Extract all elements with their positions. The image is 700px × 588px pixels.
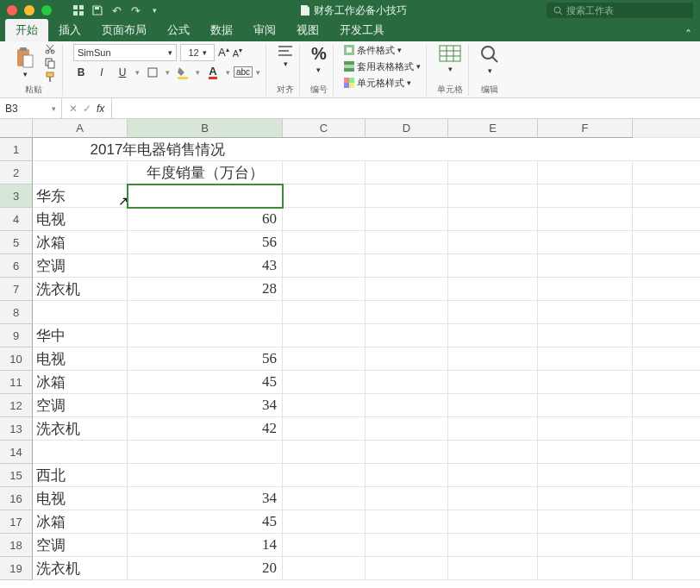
cell[interactable] [366, 510, 448, 534]
cell[interactable] [366, 231, 448, 254]
format-table-button[interactable]: 套用表格格式▾ [344, 60, 421, 73]
grow-font-button[interactable]: A▴ [218, 46, 229, 59]
close-window-button[interactable] [7, 5, 17, 16]
cell[interactable] [366, 138, 448, 161]
format-painter-icon[interactable] [43, 71, 57, 83]
cell[interactable] [366, 534, 448, 557]
cell[interactable]: 洗衣机 [33, 417, 128, 441]
tab-view[interactable]: 视图 [286, 19, 329, 41]
cell[interactable] [366, 347, 448, 371]
collapse-ribbon-button[interactable]: ˄ [677, 28, 700, 41]
cell[interactable] [448, 231, 538, 254]
copy-icon[interactable] [43, 57, 57, 69]
cell[interactable] [448, 510, 538, 534]
cell[interactable]: 60 [128, 208, 283, 231]
shrink-font-button[interactable]: A▾ [233, 47, 242, 59]
cell[interactable] [448, 161, 538, 185]
italic-button[interactable]: I [94, 65, 109, 80]
cell[interactable]: 34 [128, 394, 283, 417]
cell[interactable] [366, 464, 448, 487]
cell[interactable] [128, 464, 283, 487]
cell[interactable] [448, 487, 538, 510]
cell[interactable] [366, 417, 448, 441]
cell[interactable]: 冰箱 [33, 510, 128, 534]
cell[interactable] [283, 441, 366, 464]
cell[interactable]: 华中 [33, 324, 128, 347]
cell[interactable] [538, 324, 633, 347]
cell[interactable] [366, 487, 448, 510]
cell[interactable]: 28 [128, 278, 283, 301]
cell[interactable] [283, 557, 366, 580]
cell[interactable] [33, 441, 128, 464]
cell[interactable]: 43 [128, 254, 283, 278]
tab-review[interactable]: 审阅 [243, 19, 286, 41]
cell[interactable] [283, 347, 366, 371]
cell[interactable] [538, 231, 633, 254]
cell[interactable] [128, 324, 283, 347]
cell[interactable] [538, 394, 633, 417]
redo-icon[interactable]: ↷ [129, 4, 141, 16]
cell[interactable] [538, 254, 633, 278]
tab-formulas[interactable]: 公式 [157, 19, 200, 41]
cell[interactable]: 冰箱 [33, 231, 128, 254]
row-header[interactable]: 6 [0, 254, 33, 278]
cell[interactable] [33, 161, 128, 185]
row-header[interactable]: 11 [0, 371, 33, 394]
row-header[interactable]: 2 [0, 161, 33, 185]
column-header-B[interactable]: B [128, 119, 283, 137]
cell[interactable]: 洗衣机 [33, 557, 128, 580]
paste-button[interactable]: ▾ [10, 44, 40, 82]
tab-home[interactable]: 开始 [5, 19, 48, 41]
cell[interactable] [366, 324, 448, 347]
cell[interactable]: 空调 [33, 394, 128, 417]
cell[interactable] [448, 534, 538, 557]
cell[interactable]: 42 [128, 417, 283, 441]
row-header[interactable]: 4 [0, 208, 33, 231]
cell[interactable]: 华东 [33, 185, 128, 208]
cell[interactable] [283, 138, 366, 161]
row-header[interactable]: 19 [0, 557, 33, 580]
undo-icon[interactable]: ↶ [110, 4, 122, 16]
cell[interactable]: 电视 [33, 487, 128, 510]
cell[interactable] [538, 534, 633, 557]
align-menu-icon[interactable] [277, 44, 294, 58]
cell[interactable] [538, 301, 633, 324]
cell[interactable] [448, 557, 538, 580]
cell[interactable] [33, 301, 128, 324]
column-header-D[interactable]: D [366, 119, 448, 137]
tab-data[interactable]: 数据 [200, 19, 243, 41]
cell[interactable] [283, 510, 366, 534]
cell[interactable] [538, 347, 633, 371]
cell[interactable] [283, 231, 366, 254]
border-button[interactable] [145, 65, 160, 80]
insert-function-button[interactable]: fx [97, 103, 104, 115]
row-header[interactable]: 3 [0, 185, 33, 208]
cell[interactable]: 2017年电器销售情况 [128, 138, 283, 161]
cell[interactable]: 45 [128, 371, 283, 394]
conditional-format-button[interactable]: 条件格式▾ [344, 44, 402, 57]
cell[interactable]: 34 [128, 487, 283, 510]
fill-color-button[interactable] [175, 65, 191, 80]
row-header[interactable]: 16 [0, 487, 33, 510]
cell[interactable] [283, 487, 366, 510]
cell[interactable]: 年度销量（万台） [128, 161, 283, 185]
cell[interactable] [366, 557, 448, 580]
row-header[interactable]: 5 [0, 231, 33, 254]
cell[interactable] [283, 394, 366, 417]
cell[interactable]: 西北 [33, 464, 128, 487]
cell[interactable] [128, 301, 283, 324]
cell[interactable] [283, 324, 366, 347]
cell[interactable] [366, 371, 448, 394]
cell[interactable] [448, 254, 538, 278]
cell[interactable] [538, 464, 633, 487]
cell[interactable] [366, 301, 448, 324]
bold-button[interactable]: B [73, 65, 89, 80]
row-header[interactable]: 18 [0, 534, 33, 557]
cell[interactable] [448, 347, 538, 371]
confirm-entry-button[interactable]: ✓ [83, 103, 91, 115]
column-header-F[interactable]: F [538, 119, 633, 137]
cell[interactable] [538, 417, 633, 441]
cells-icon[interactable] [438, 44, 462, 63]
cell[interactable] [538, 510, 633, 534]
cell-styles-button[interactable]: 单元格样式▾ [344, 77, 411, 90]
